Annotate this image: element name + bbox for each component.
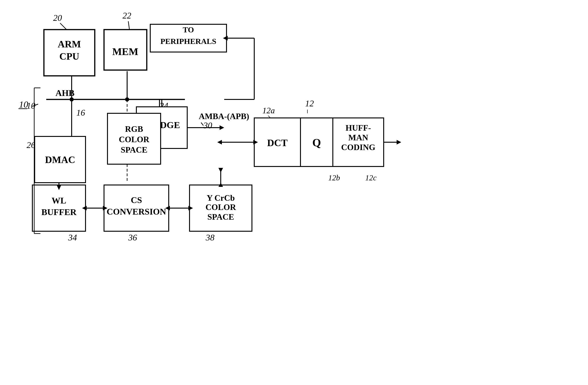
huff-line2: MAN <box>348 133 368 142</box>
wl-line2: BUFFER <box>41 207 77 217</box>
ref-10-text: 10 <box>19 99 28 110</box>
ahb-label: AHB <box>56 88 74 98</box>
huff-line1: HUFF- <box>346 123 371 132</box>
ref-12: 12 <box>305 99 314 108</box>
ycrcb-line1: Y CrCb <box>207 193 235 203</box>
arm-line2: CPU <box>59 51 79 62</box>
ref-30-label: 30 <box>203 121 212 130</box>
svg-line-1 <box>128 21 129 30</box>
ref-16-label: 16 <box>76 108 85 117</box>
ref-12c: 12c <box>365 173 377 182</box>
mem-text: MEM <box>112 46 138 57</box>
to-peripherals-line1: TO <box>183 25 194 34</box>
ref-12b: 12b <box>328 173 340 182</box>
q-text: Q <box>312 136 321 149</box>
cs-line1: CS <box>131 195 142 205</box>
ref-22: 22 <box>123 11 131 20</box>
svg-marker-19 <box>220 125 224 130</box>
ycrcb-line3: SPACE <box>207 212 234 221</box>
arm-line1: ARM <box>58 39 81 49</box>
rgb-line2: COLOR <box>119 135 149 144</box>
ycrcb-line2: COLOR <box>206 203 236 212</box>
huff-line3: CODING <box>341 143 375 152</box>
diagram-svg: 20 22 10 26 16 24 28 30 34 36 38 12a 12 … <box>0 0 588 385</box>
amba-apb-label: AMBA-(APB) <box>199 112 249 121</box>
dmac-text: DMAC <box>45 154 75 165</box>
svg-line-6 <box>201 123 203 126</box>
rgb-line1: RGB <box>125 124 143 134</box>
ref-38-label: 38 <box>206 233 214 242</box>
svg-marker-46 <box>218 168 223 172</box>
wl-line1: WL <box>52 196 66 205</box>
diagram-container: 20 22 10 26 16 24 28 30 34 36 38 12a 12 … <box>0 0 588 385</box>
rgb-line3: SPACE <box>121 145 147 154</box>
dct-text: DCT <box>267 138 288 148</box>
to-peripherals-line2: PERIPHERALS <box>160 37 216 45</box>
svg-marker-51 <box>217 140 222 145</box>
ref-34-label: 34 <box>68 233 77 242</box>
ref-20: 20 <box>53 13 62 23</box>
ref-36-label: 36 <box>128 233 137 242</box>
svg-marker-54 <box>397 140 401 145</box>
cs-line2: CONVERSION <box>106 207 166 216</box>
ref-12a: 12a <box>262 106 275 115</box>
